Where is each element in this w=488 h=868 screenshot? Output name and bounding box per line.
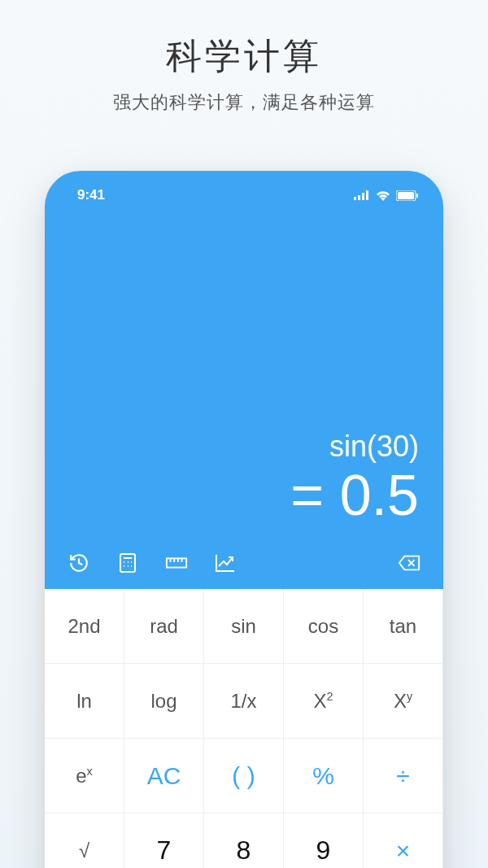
key-reciprocal[interactable]: 1/x <box>204 664 284 739</box>
key-multiply[interactable]: × <box>364 813 443 868</box>
display-toolbar <box>45 552 443 574</box>
svg-rect-5 <box>398 192 414 199</box>
key-8[interactable]: 8 <box>204 813 284 868</box>
ruler-icon[interactable] <box>165 552 188 574</box>
promo-title: 科学计算 <box>0 33 488 81</box>
status-time: 9:41 <box>77 187 105 203</box>
calculator-icon[interactable] <box>116 552 139 574</box>
key-cos[interactable]: cos <box>284 589 364 664</box>
calculation-area: sin(30) = 0.5 <box>290 430 419 524</box>
key-tan[interactable]: tan <box>364 589 443 664</box>
calculator-display: 9:41 sin(30) = 0.5 <box>45 171 443 589</box>
backspace-icon[interactable] <box>398 552 420 574</box>
key-x-squared[interactable]: X2 <box>284 664 364 739</box>
key-7[interactable]: 7 <box>124 813 204 868</box>
svg-rect-0 <box>354 197 356 200</box>
status-icons <box>354 190 419 201</box>
key-percent[interactable]: % <box>284 739 364 813</box>
key-rad[interactable]: rad <box>124 589 204 664</box>
key-x-power-y[interactable]: Xy <box>364 664 443 739</box>
key-ac[interactable]: AC <box>124 739 204 813</box>
promo-header: 科学计算 强大的科学计算，满足各种运算 <box>0 0 488 115</box>
key-log[interactable]: log <box>124 664 204 739</box>
signal-icon <box>354 190 370 200</box>
key-divide[interactable]: ÷ <box>364 739 443 813</box>
battery-icon <box>396 190 419 201</box>
key-sin[interactable]: sin <box>204 589 284 664</box>
key-9[interactable]: 9 <box>284 813 364 868</box>
svg-rect-1 <box>358 195 360 200</box>
key-sqrt[interactable]: √ <box>45 813 124 868</box>
key-ln[interactable]: ln <box>45 664 124 739</box>
svg-rect-15 <box>167 558 186 567</box>
phone-frame: 9:41 sin(30) = 0.5 <box>45 171 443 868</box>
result-text: = 0.5 <box>290 467 419 524</box>
keypad: 2nd rad sin cos tan ln log 1/x X2 Xy ex … <box>45 589 443 868</box>
wifi-icon <box>376 190 390 201</box>
expression-text: sin(30) <box>290 430 419 464</box>
status-bar: 9:41 <box>45 171 443 203</box>
svg-rect-3 <box>366 190 368 200</box>
svg-rect-6 <box>416 194 418 198</box>
chart-icon[interactable] <box>214 552 237 574</box>
key-e-power-x[interactable]: ex <box>45 739 124 813</box>
svg-rect-2 <box>362 193 364 200</box>
promo-subtitle: 强大的科学计算，满足各种运算 <box>0 90 488 115</box>
history-icon[interactable] <box>68 552 90 574</box>
key-2nd[interactable]: 2nd <box>45 589 124 664</box>
key-parentheses[interactable]: ( ) <box>204 739 284 813</box>
